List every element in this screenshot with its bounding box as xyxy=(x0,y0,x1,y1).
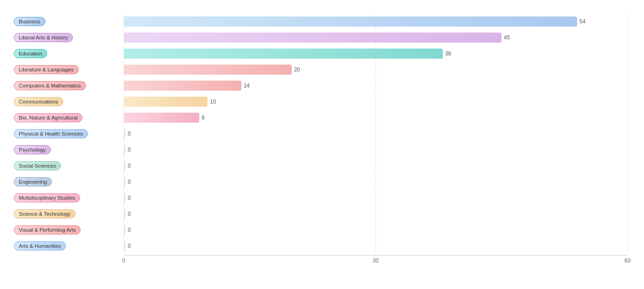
bar-cell: 0 xyxy=(124,126,630,141)
bar-cell: 45 xyxy=(124,30,630,45)
bar xyxy=(124,113,199,123)
bar xyxy=(124,65,292,75)
bar-value-label: 0 xyxy=(128,227,131,233)
bar xyxy=(124,81,241,91)
bar-cell: 9 xyxy=(124,110,630,125)
bar xyxy=(124,241,126,251)
bar-label: Liberal Arts & History xyxy=(14,33,124,42)
bar-label: Computers & Mathematics xyxy=(14,81,124,90)
bar-row: Communications10 xyxy=(14,94,630,109)
bar-value-label: 10 xyxy=(210,98,216,105)
bar-value-label: 0 xyxy=(128,147,131,153)
bar-value-label: 0 xyxy=(128,243,131,249)
bar xyxy=(124,177,126,187)
bar xyxy=(124,161,126,171)
bar-label: Communications xyxy=(14,97,124,106)
bar-value-label: 38 xyxy=(445,50,451,57)
bar xyxy=(124,225,126,235)
bar-row: Arts & Humanities0 xyxy=(14,238,630,253)
bar-row: Bio, Nature & Agricultural9 xyxy=(14,110,630,125)
bar xyxy=(124,209,126,219)
bar-value-label: 45 xyxy=(504,34,510,41)
bar-value-label: 9 xyxy=(202,115,205,121)
bar xyxy=(124,16,577,27)
bar xyxy=(124,193,126,203)
bar-cell: 20 xyxy=(124,62,630,77)
bar xyxy=(124,97,207,107)
bar-value-label: 0 xyxy=(128,131,131,137)
bar-row: Engineering0 xyxy=(14,174,630,189)
bar-cell: 0 xyxy=(124,222,630,237)
x-axis-tick: 0 xyxy=(122,257,126,264)
bar-label: Arts & Humanities xyxy=(14,241,124,251)
bar-row: Computers & Mathematics14 xyxy=(14,78,630,93)
bar-row: Science & Technology0 xyxy=(14,206,630,221)
bar-value-label: 20 xyxy=(294,66,300,73)
bar-cell: 0 xyxy=(124,238,630,253)
bar-chart: Business54Liberal Arts & History45Educat… xyxy=(14,14,630,264)
bar-cell: 0 xyxy=(124,206,630,221)
bar-cell: 14 xyxy=(124,78,630,93)
bar-row: Education38 xyxy=(14,46,630,61)
bar-label: Science & Technology xyxy=(14,209,124,218)
bar-label: Business xyxy=(14,17,124,26)
bar-value-label: 0 xyxy=(128,195,131,201)
bar-label: Social Sciences xyxy=(14,161,124,170)
bar-row: Liberal Arts & History45 xyxy=(14,30,630,45)
bar-label: Psychology xyxy=(14,145,124,154)
bar-label: Bio, Nature & Agricultural xyxy=(14,113,124,122)
bar-row: Literature & Languages20 xyxy=(14,62,630,77)
bar-label: Education xyxy=(14,49,124,58)
bar-label: Visual & Performing Arts xyxy=(14,225,124,234)
bar-cell: 0 xyxy=(124,142,630,157)
bar-cell: 0 xyxy=(124,190,630,205)
bar-row: Social Sciences0 xyxy=(14,158,630,173)
bar-row: Business54 xyxy=(14,14,630,29)
bar xyxy=(124,129,126,139)
bar-value-label: 14 xyxy=(244,82,250,89)
bar xyxy=(124,49,443,59)
bar xyxy=(124,33,502,43)
bar-cell: 0 xyxy=(124,158,630,173)
bar-cell: 38 xyxy=(124,46,630,61)
bar-label: Multidisciplinary Studies xyxy=(14,193,124,202)
bar-label: Engineering xyxy=(14,177,124,186)
bar xyxy=(124,145,126,155)
x-axis-tick: 60 xyxy=(624,257,630,264)
x-axis-tick: 30 xyxy=(372,257,378,264)
bar-value-label: 0 xyxy=(128,211,131,217)
bar-row: Multidisciplinary Studies0 xyxy=(14,190,630,205)
bar-row: Psychology0 xyxy=(14,142,630,157)
bar-cell: 10 xyxy=(124,94,630,109)
bar-value-label: 0 xyxy=(128,163,131,169)
bar-value-label: 54 xyxy=(579,18,585,25)
bar-cell: 0 xyxy=(124,174,630,189)
bar-row: Physical & Health Sciences0 xyxy=(14,126,630,141)
bar-value-label: 0 xyxy=(128,179,131,185)
bar-label: Literature & Languages xyxy=(14,65,124,74)
bar-cell: 54 xyxy=(124,14,630,29)
bar-label: Physical & Health Sciences xyxy=(14,129,124,138)
bar-row: Visual & Performing Arts0 xyxy=(14,222,630,237)
